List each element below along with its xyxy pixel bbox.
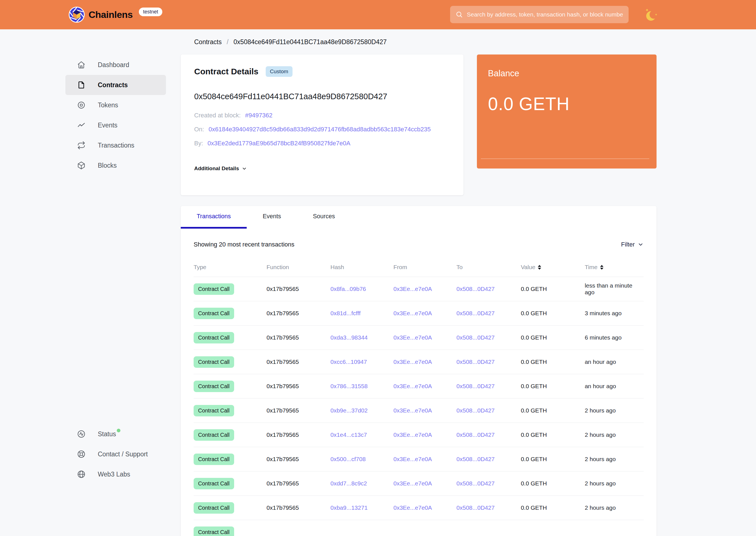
tx-type-badge: Contract Call [194, 526, 234, 536]
tx-time: less than a minute ago [585, 282, 644, 296]
tx-to-link[interactable]: 0x508...0D427 [456, 285, 495, 292]
env-badge: testnet [139, 8, 162, 16]
sidebar-item-contact-support[interactable]: Contact / Support [65, 444, 166, 464]
sidebar-item-web3-labs[interactable]: Web3 Labs [65, 464, 166, 484]
tx-from-link[interactable]: 0x3Ee...e7e0A [393, 358, 432, 365]
creator-address-link[interactable]: 0x3Ee2ded1779aE9b65d78bcB24fB950827fde7e… [208, 140, 350, 147]
brand[interactable]: Chainlens testnet [69, 7, 162, 23]
tx-from-link[interactable]: 0x3Ee...e7e0A [393, 383, 432, 389]
tx-hash-link[interactable]: 0x500...cf708 [331, 456, 366, 462]
creation-tx-hash-link[interactable]: 0x6184e39404927d8c59db66a833d9d2d971476f… [209, 126, 431, 133]
tx-to-link[interactable]: 0x508...0D427 [456, 480, 495, 486]
search-input[interactable] [467, 11, 623, 18]
contract-type-badge: Custom [266, 66, 292, 77]
tx-hash-link[interactable]: 0x786...31558 [331, 383, 368, 389]
tx-function: 0x17b79565 [267, 334, 331, 341]
tx-time: an hour ago [585, 358, 644, 365]
contract-address: 0x5084ce649Fd11e0441BC71aa48e9D8672580D4… [194, 92, 450, 101]
tx-type-badge: Contract Call [194, 381, 234, 392]
tx-to-link[interactable]: 0x508...0D427 [456, 310, 495, 316]
status-online-dot [117, 429, 120, 432]
app-header: Chainlens testnet [0, 0, 756, 29]
tx-from-link[interactable]: 0x3Ee...e7e0A [393, 431, 432, 438]
tx-from-link[interactable]: 0x3Ee...e7e0A [393, 407, 432, 414]
sidebar-item-transactions[interactable]: Transactions [65, 135, 166, 155]
sidebar-item-events[interactable]: Events [65, 115, 166, 135]
transactions-card: Transactions Events Sources Showing 20 m… [181, 206, 657, 536]
tx-hash-link[interactable]: 0x81d...fcfff [331, 310, 361, 316]
transaction-row[interactable]: Contract Call 0x17b79565 0xda3...98344 0… [194, 325, 644, 350]
tx-type-badge: Contract Call [194, 332, 234, 344]
tx-from-link[interactable]: 0x3Ee...e7e0A [393, 480, 432, 486]
tx-type-badge: Contract Call [194, 284, 234, 295]
tx-hash-link[interactable]: 0x1e4...c13c7 [331, 431, 367, 438]
transaction-row[interactable]: Contract Call 0x17b79565 0xb9e...37d02 0… [194, 398, 644, 423]
breadcrumb: Contracts / 0x5084ce649Fd11e0441BC71aa48… [181, 38, 657, 46]
repeat-icon [77, 141, 85, 150]
filter-button[interactable]: Filter [621, 241, 644, 248]
transaction-row[interactable]: Contract Call 0x17b79565 0xdd7...8c9c2 0… [194, 471, 644, 496]
transaction-row[interactable]: Contract Call 0x17b79565 0x500...cf708 0… [194, 447, 644, 471]
additional-details-toggle[interactable]: Additional Details [194, 165, 450, 172]
tx-to-link[interactable]: 0x508...0D427 [456, 334, 495, 341]
document-icon [77, 81, 85, 89]
balance-amount: 0.0 GETH [488, 94, 645, 114]
column-header-from: From [393, 264, 456, 271]
contract-details-card: Contract Details Custom 0x5084ce649Fd11e… [181, 54, 464, 195]
tx-to-link[interactable]: 0x508...0D427 [456, 504, 495, 511]
tx-from-link[interactable]: 0x3Ee...e7e0A [393, 456, 432, 462]
sidebar-item-tokens[interactable]: Tokens [65, 95, 166, 115]
sidebar-item-status[interactable]: Status [65, 424, 166, 444]
tx-function: 0x17b79565 [267, 285, 331, 292]
tab-transactions[interactable]: Transactions [181, 206, 247, 229]
transaction-row[interactable]: Contract Call 0x17b79565 0x1e4...c13c7 0… [194, 423, 644, 447]
balance-card: Balance 0.0 GETH [477, 54, 657, 169]
cube-icon [77, 161, 85, 170]
tx-from-link[interactable]: 0x3Ee...e7e0A [393, 334, 432, 341]
tx-hash-link[interactable]: 0xba9...13271 [331, 504, 368, 511]
tx-time: 2 hours ago [585, 431, 644, 438]
tx-type-badge: Contract Call [194, 356, 234, 368]
tx-to-link[interactable]: 0x508...0D427 [456, 358, 495, 365]
sort-value-button[interactable] [538, 265, 541, 270]
tx-function: 0x17b79565 [267, 480, 331, 487]
tx-hash-link[interactable]: 0xb9e...37d02 [331, 407, 368, 414]
tx-function: 0x17b79565 [267, 358, 331, 365]
column-header-time: Time [585, 264, 644, 271]
sort-time-button[interactable] [600, 265, 604, 270]
tx-hash-link[interactable]: 0xcc6...10947 [331, 358, 367, 365]
sidebar-item-contracts[interactable]: Contracts [65, 75, 166, 95]
breadcrumb-contracts-link[interactable]: Contracts [194, 38, 221, 46]
tx-hash-link[interactable]: 0xdd7...8c9c2 [331, 480, 367, 486]
transaction-row-partial[interactable]: Contract Call [194, 520, 644, 536]
tab-sources[interactable]: Sources [297, 206, 351, 229]
tx-to-link[interactable]: 0x508...0D427 [456, 407, 495, 414]
main-content: Contracts / 0x5084ce649Fd11e0441BC71aa48… [181, 29, 657, 536]
tx-to-link[interactable]: 0x508...0D427 [456, 431, 495, 438]
on-label: On: [194, 126, 204, 133]
tx-time: 2 hours ago [585, 480, 644, 487]
tx-to-link[interactable]: 0x508...0D427 [456, 456, 495, 462]
tx-from-link[interactable]: 0x3Ee...e7e0A [393, 285, 432, 292]
tx-hash-link[interactable]: 0xda3...98344 [331, 334, 368, 341]
tx-function: 0x17b79565 [267, 504, 331, 511]
tx-hash-link[interactable]: 0x8fa...09b76 [331, 285, 366, 292]
tab-events[interactable]: Events [247, 206, 297, 229]
transaction-row[interactable]: Contract Call 0x17b79565 0x786...31558 0… [194, 374, 644, 398]
transaction-row[interactable]: Contract Call 0x17b79565 0xcc6...10947 0… [194, 350, 644, 374]
contract-details-title: Contract Details [194, 67, 258, 76]
tx-time: 3 minutes ago [585, 310, 644, 317]
sidebar-item-dashboard[interactable]: Dashboard [65, 55, 166, 75]
tx-time: 2 hours ago [585, 456, 644, 462]
tx-to-link[interactable]: 0x508...0D427 [456, 383, 495, 389]
created-block-link[interactable]: #9497362 [245, 112, 272, 119]
globe-icon [77, 470, 85, 479]
sidebar-item-blocks[interactable]: Blocks [65, 155, 166, 176]
transaction-row[interactable]: Contract Call 0x17b79565 0x81d...fcfff 0… [194, 301, 644, 325]
transaction-row[interactable]: Contract Call 0x17b79565 0xba9...13271 0… [194, 496, 644, 520]
global-search[interactable] [450, 6, 629, 23]
tx-from-link[interactable]: 0x3Ee...e7e0A [393, 310, 432, 316]
tx-from-link[interactable]: 0x3Ee...e7e0A [393, 504, 432, 511]
transaction-row[interactable]: Contract Call 0x17b79565 0x8fa...09b76 0… [194, 277, 644, 301]
dark-mode-toggle[interactable] [644, 7, 659, 23]
